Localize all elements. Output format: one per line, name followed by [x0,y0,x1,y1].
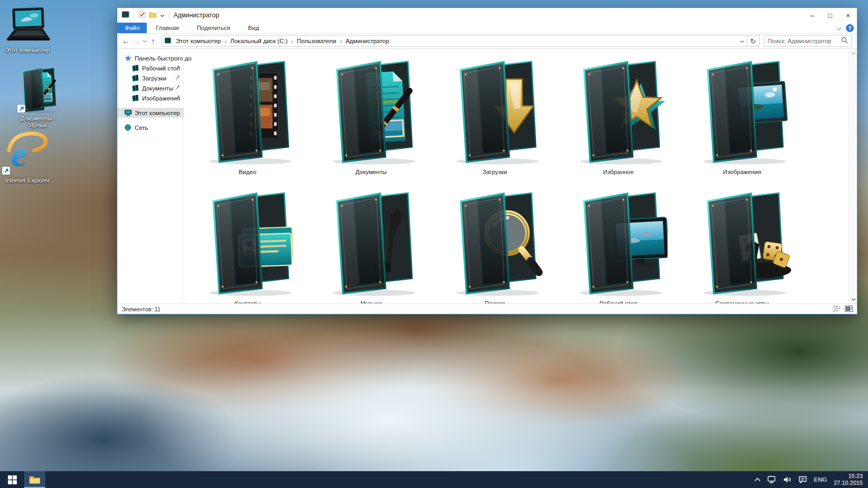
qat-check-icon[interactable] [138,11,146,19]
history-dropdown-icon[interactable] [142,40,148,43]
location-folder-icon [164,37,171,45]
mini-folder-icon [131,75,139,82]
tab-файл[interactable]: Файл [117,23,147,33]
help-icon[interactable]: ? [846,24,854,32]
folder-icon [446,53,544,168]
folder-label: Контакты [235,300,261,303]
explorer-app-icon [122,11,129,19]
pin-icon [175,95,180,101]
shortcut-arrow-icon [17,105,25,113]
sidebar-item-загрузки[interactable]: Загрузки [117,73,184,83]
folder-icon [693,53,791,168]
breadcrumb-item[interactable]: Локальный диск (C:) [227,38,291,44]
tab-поделиться[interactable]: Поделиться [188,23,239,33]
folder-label: Музыка [360,300,382,303]
scroll-down-icon[interactable] [849,295,857,303]
separator [169,12,169,19]
sidebar-item-изображения[interactable]: Изображения [117,93,184,103]
quick-access-star-icon [124,55,132,62]
folder-item-contacts[interactable]: Контакты [186,180,309,303]
maximize-button[interactable]: □ [821,8,839,23]
mini-folder-icon [131,85,139,92]
close-button[interactable]: × [839,8,857,23]
sidebar-item-панель-быстрого-до[interactable]: Панель быстрого до [117,53,184,63]
up-button[interactable]: ↑ [148,37,158,45]
address-bar-row: ← → ↑ Этот компьютер›Локальный диск (C:)… [117,34,857,49]
folder-icon [199,53,297,168]
quick-access-toolbar [122,11,170,19]
separator [134,12,134,19]
tray-chevron-up-icon[interactable] [754,477,761,482]
folder-item-documents[interactable]: Документы [309,49,433,180]
pin-icon [175,75,180,82]
tray-network-icon[interactable] [768,476,776,483]
title-bar[interactable]: Администратор – □ × [117,8,857,23]
start-button[interactable] [0,471,24,488]
tray-volume-icon[interactable] [783,476,792,483]
explorer-window: Администратор – □ × ФайлГлавнаяПоделитьс… [117,7,857,314]
pin-icon [175,85,180,92]
breadcrumb-item[interactable]: Пользователи [294,38,339,44]
shortcut-arrow-icon [2,167,10,175]
item-count: Элементов: 11 [122,306,160,312]
sidebar-item-рабочий-стол[interactable]: Рабочий стол [117,63,184,73]
scrollbar[interactable] [849,49,857,303]
folder-item-desktop[interactable]: Рабочий стол [557,180,680,303]
thumbnails-view-icon[interactable] [845,306,853,313]
folder-item-favorites[interactable]: Избранное [557,49,680,180]
taskbar: ENG 15:23 27.10.2015 [0,471,868,488]
desktop-icon-internet-explorer[interactable]: e Internet Explorer [1,130,54,184]
window-title: Администратор [174,12,219,19]
folder-item-games[interactable]: 7 Сохраненные игры [680,180,804,303]
tray-action-center-icon[interactable] [799,476,807,483]
folder-icon [570,53,668,168]
folder-icon [570,185,668,299]
back-button[interactable]: ← [120,37,131,45]
pin-icon [175,65,180,72]
folder-content-area[interactable]: Видео Документы [184,49,857,303]
forward-button[interactable]: → [131,37,142,45]
mini-folder-icon [131,65,139,72]
folder-label: Изображения [723,169,761,175]
search-box[interactable] [764,35,852,47]
breadcrumb-item[interactable]: Администратор [342,38,392,44]
sidebar-item-этот-компьютер[interactable]: Этот компьютер [117,108,184,118]
mini-pc-icon [124,109,132,116]
mini-folder-icon [131,95,139,101]
tray-time: 15:23 [834,473,863,480]
details-view-icon[interactable] [833,306,841,313]
refresh-button[interactable]: ↻ [747,35,760,47]
folder-item-music[interactable]: Музыка [309,180,433,303]
folder-label: Загрузки [482,169,507,175]
tab-главная[interactable]: Главная [147,23,188,33]
minimize-button[interactable]: – [803,8,821,23]
qat-folder-icon[interactable] [149,12,157,19]
taskbar-explorer-button[interactable] [24,471,45,488]
search-input[interactable] [768,38,841,44]
sidebar-item-документы[interactable]: Документы [117,83,184,93]
breadcrumb: Этот компьютер›Локальный диск (C:)›Польз… [173,38,392,44]
address-dropdown-icon[interactable] [740,38,744,44]
tray-language[interactable]: ENG [814,476,827,483]
tab-вид[interactable]: Вид [239,23,268,33]
breadcrumb-item[interactable]: Этот компьютер [173,38,224,44]
sidebar-item-сеть[interactable]: Сеть [117,123,184,133]
search-icon[interactable] [841,36,848,46]
folder-item-pictures[interactable]: Изображения [680,49,804,180]
folder-label: Документы [356,169,387,175]
desktop-icon-this-pc[interactable]: Этот компьютер [1,7,54,54]
status-bar: Элементов: 11 [117,303,857,314]
folder-label: Сохраненные игры [715,300,769,303]
folder-item-downloads[interactable]: Загрузки [433,49,557,180]
ribbon-collapse-icon[interactable] [836,25,842,32]
qat-dropdown-icon[interactable] [160,12,165,19]
address-bar[interactable]: Этот компьютер›Локальный диск (C:)›Польз… [162,35,747,47]
tray-date: 27.10.2015 [834,480,863,486]
tray-clock[interactable]: 15:23 27.10.2015 [834,473,863,486]
folder-item-video[interactable]: Видео [186,49,309,180]
desktop-icon-documents-shortcut[interactable]: Документы - Ярлык [12,65,64,129]
scroll-up-icon[interactable] [849,49,857,57]
mini-network-icon [124,124,132,131]
folder-label: Видео [239,169,257,175]
folder-item-search[interactable]: Поиски [433,180,557,303]
